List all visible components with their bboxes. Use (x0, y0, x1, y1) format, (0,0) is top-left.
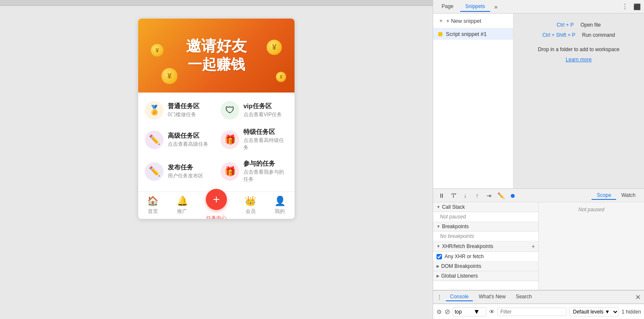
fab-button[interactable]: + (206, 189, 227, 210)
console-close-button[interactable]: ✕ (635, 293, 641, 301)
step-button[interactable]: ⇥ (484, 191, 494, 201)
app-area: ¥ ¥ ¥ ¥ 邀请好友 一起赚钱 🏅 普通任务区 0门槛做任务 🛡 (0, 0, 433, 319)
nav-item-mine[interactable]: 👤 我的 (274, 196, 286, 215)
breakpoints-status: No breakpoints (433, 232, 538, 241)
snippets-panel: ＋ + New snippet Script snippet #1 Ctrl +… (433, 14, 644, 189)
top-context-selector[interactable]: ▼ (453, 307, 486, 316)
task-info-advanced: 高级任务区 点击查看高级任务 (168, 132, 208, 148)
coin-decoration-3: ¥ (267, 40, 282, 55)
tab-snippets[interactable]: Snippets (460, 2, 490, 12)
task-name-advanced: 高级任务区 (168, 132, 208, 140)
scope-watch-tabs: Scope Watch (592, 191, 641, 200)
snippet-dot-icon (438, 32, 442, 36)
console-eye-button[interactable]: 👁 (489, 308, 495, 315)
tab-scope[interactable]: Scope (592, 191, 616, 200)
task-item-publish[interactable]: ✏️ 发布任务 用户任务发布区 (145, 160, 212, 183)
task-item-participate[interactable]: 🎁 参与的任务 点击查看我参与的任务 (221, 160, 288, 183)
nav-item-home[interactable]: 🏠 首页 (147, 196, 158, 215)
tab-watch[interactable]: Watch (616, 191, 641, 200)
any-xhr-item: Any XHR or fetch (433, 252, 538, 262)
home-icon: 🏠 (147, 196, 158, 207)
xhr-breakpoints-label: XHR/fetch Breakpoints (442, 243, 493, 249)
nav-label-mine: 我的 (275, 208, 285, 215)
task-item-reward[interactable]: 🏅 普通任务区 0门槛做任务 (145, 101, 212, 120)
task-icon-special: 🎁 (221, 131, 239, 149)
coin-decoration-1: ¥ (151, 44, 164, 57)
any-xhr-checkbox[interactable] (437, 254, 442, 259)
dom-breakpoints-header[interactable]: ▶ DOM Breakpoints (433, 262, 538, 271)
snippets-sidebar: ＋ + New snippet Script snippet #1 (433, 14, 513, 188)
task-desc-publish: 用户任务发布区 (168, 172, 203, 180)
triangle-icon: ▼ (437, 205, 440, 209)
task-name-publish: 发布任务 (168, 164, 203, 172)
snippet-item-1[interactable]: Script snippet #1 (433, 28, 513, 40)
task-icon-participate: 🎁 (221, 162, 239, 181)
console-settings-button[interactable]: ⚙ (437, 308, 442, 315)
console-clear-button[interactable]: ⊘ (445, 308, 450, 316)
task-icon-reward: 🏅 (145, 101, 164, 120)
dom-triangle-icon: ▶ (437, 264, 439, 268)
global-listeners-label: Global Listeners (441, 273, 478, 279)
call-stack-label: Call Stack (442, 204, 465, 210)
new-snippet-button[interactable]: ＋ + New snippet (433, 14, 513, 28)
learn-more-link[interactable]: Learn more (566, 57, 592, 63)
pause-on-exceptions-button[interactable]: ⏺ (508, 191, 518, 201)
step-into-button[interactable]: ↓ (460, 191, 470, 201)
task-name-vip: vip任务区 (243, 102, 282, 110)
nav-item-member[interactable]: 👑 会员 (245, 196, 256, 215)
more-tabs-button[interactable]: » (492, 3, 500, 11)
xhr-breakpoints-header[interactable]: ▼ XHR/fetch Breakpoints + (433, 241, 538, 252)
add-xhr-breakpoint-button[interactable]: + (532, 243, 535, 250)
task-info-vip: vip任务区 点击查看VIP任务 (243, 102, 282, 118)
dom-breakpoints-label: DOM Breakpoints (441, 263, 481, 269)
breakpoints-header[interactable]: ▼ Breakpoints (433, 222, 538, 232)
banner-title-line2: 一起赚钱 (188, 55, 245, 74)
console-levels-select[interactable]: Default levels ▼ (569, 307, 619, 316)
task-item-vip[interactable]: 🛡 vip任务区 点击查看VIP任务 (221, 101, 288, 120)
console-menu-button[interactable]: ⋮ (437, 294, 442, 300)
nav-label-member: 会员 (246, 208, 256, 215)
tab-console[interactable]: Console (446, 293, 473, 301)
devtools-menu-button[interactable]: ⋮ (622, 3, 628, 11)
global-listeners-header[interactable]: ▶ Global Listeners (433, 271, 538, 281)
tab-whats-new[interactable]: What's New (475, 293, 510, 301)
pause-button[interactable]: ⏸ (437, 191, 447, 201)
deactivate-breakpoints-button[interactable]: ✏️ (496, 191, 506, 201)
dock-button[interactable]: ⬛ (633, 3, 641, 10)
step-out-button[interactable]: ↑ (472, 191, 482, 201)
not-paused-text: Not paused (579, 207, 604, 213)
coin-decoration-4: ¥ (276, 72, 286, 82)
debugger-section: ⏸ ↓ ↑ ⇥ ✏️ ⏺ Scope Watch (433, 189, 644, 290)
task-name-special: 特级任务区 (243, 128, 288, 136)
snippets-main-area: Ctrl + P Open file Ctrl + Shift + P Run … (513, 14, 644, 188)
workspace-drop-text: Drop in a folder to add to workspace (538, 46, 619, 52)
task-item-special[interactable]: 🎁 特级任务区 点击查看高特级任务 (221, 128, 288, 151)
task-desc-special: 点击查看高特级任务 (243, 137, 288, 151)
task-info-publish: 发布任务 用户任务发布区 (168, 164, 203, 180)
task-desc-advanced: 点击查看高级任务 (168, 141, 208, 148)
nav-item-task-center[interactable]: + 任务中心 (206, 189, 227, 219)
tab-page[interactable]: Page (437, 2, 458, 12)
ruler-bar (0, 0, 433, 6)
new-snippet-label: + New snippet (446, 18, 481, 24)
bell-icon: 🔔 (177, 196, 188, 207)
call-stack-header[interactable]: ▼ Call Stack (433, 202, 538, 212)
task-info-reward: 普通任务区 0门槛做任务 (168, 102, 199, 118)
nav-item-promo[interactable]: 🔔 推广 (177, 196, 188, 215)
tab-search[interactable]: Search (512, 293, 536, 301)
banner-title-line1: 邀请好友 (186, 37, 247, 55)
console-tabs-bar: ⋮ Console What's New Search ✕ (433, 290, 644, 304)
console-filter-input[interactable] (497, 308, 567, 316)
top-context-input[interactable] (455, 309, 472, 315)
task-item-advanced[interactable]: ✏️ 高级任务区 点击查看高级任务 (145, 128, 212, 151)
debug-left-panel: ▼ Call Stack Not paused ▼ Breakpoints No… (433, 202, 539, 290)
nav-label-task-center: 任务中心 (206, 215, 226, 219)
debugger-toolbar: ⏸ ↓ ↑ ⇥ ✏️ ⏺ Scope Watch (433, 189, 644, 202)
console-input-row: ⚙ ⊘ ▼ 👁 Default levels ▼ 1 hidden (433, 304, 644, 319)
top-dropdown-icon[interactable]: ▼ (473, 308, 480, 316)
call-stack-status: Not paused (433, 212, 538, 222)
bp-triangle-icon: ▼ (437, 224, 440, 229)
step-over-button[interactable] (448, 191, 458, 201)
task-icon-publish: ✏️ (145, 162, 164, 181)
shortcut-key-1: Ctrl + P (557, 22, 573, 28)
